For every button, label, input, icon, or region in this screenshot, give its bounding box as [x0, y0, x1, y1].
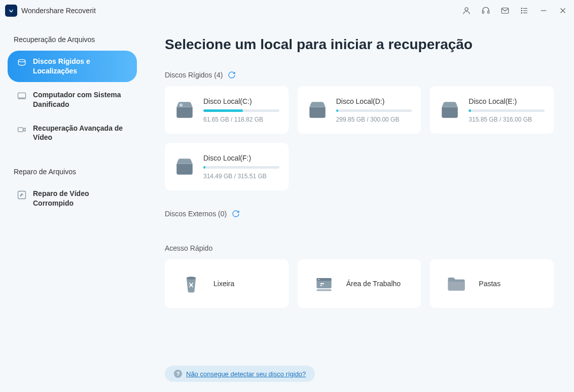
sidebar-section-title-repair: Reparo de Arquivos: [8, 159, 137, 183]
disk-card-f[interactable]: Disco Local(F:) 314.49 GB / 315.51 GB: [165, 143, 289, 190]
capacity-bar: [336, 109, 412, 112]
svg-point-24: [318, 279, 319, 280]
svg-point-6: [521, 10, 522, 11]
help-pill[interactable]: ? Não consegue detectar seu disco rígido…: [165, 366, 315, 382]
svg-rect-3: [501, 8, 509, 14]
sidebar-item-label: Discos Rígidos e Localizações: [33, 57, 128, 76]
disk-card-c[interactable]: Disco Local(C:) 61.65 GB / 118.82 GB: [165, 86, 289, 134]
sidebar-item-label: Recuperação Avançada de Vídeo: [33, 124, 128, 143]
disk-name: Disco Local(F:): [203, 154, 279, 162]
svg-point-21: [187, 277, 196, 280]
disk-icon: [307, 99, 328, 121]
help-link[interactable]: Não consegue detectar seu disco rígido?: [186, 370, 306, 378]
headset-icon[interactable]: [481, 6, 491, 16]
svg-rect-18: [180, 104, 182, 106]
svg-rect-14: [18, 93, 26, 98]
sidebar-item-hard-disks[interactable]: Discos Rígidos e Localizações: [8, 51, 137, 82]
capacity-bar: [203, 166, 279, 169]
wrench-icon: [17, 190, 27, 200]
quick-card-desktop[interactable]: Área de Trabalho: [298, 259, 421, 308]
svg-rect-20: [181, 105, 182, 106]
disk-cards: Disco Local(C:) 61.65 GB / 118.82 GB Dis…: [165, 86, 554, 190]
main-panel: Selecione um local para iniciar a recupe…: [145, 21, 574, 392]
svg-rect-2: [488, 11, 489, 14]
external-disks-label: Discos Externos (0): [165, 210, 227, 218]
disk-card-e[interactable]: Disco Local(E:) 315.85 GB / 316.00 GB: [430, 86, 554, 134]
hard-disk-icon: [17, 58, 27, 68]
capacity-bar: [203, 109, 279, 112]
disk-icon: [174, 99, 195, 121]
disk-capacity: 61.65 GB / 118.82 GB: [203, 116, 279, 123]
disk-capacity: 299.85 GB / 300.00 GB: [336, 116, 412, 123]
disk-capacity: 315.85 GB / 316.00 GB: [469, 116, 545, 123]
quick-access-label: Acesso Rápido: [165, 244, 212, 252]
minimize-icon[interactable]: [539, 6, 549, 16]
capacity-bar: [469, 109, 545, 112]
user-icon[interactable]: [461, 6, 472, 16]
svg-rect-16: [18, 127, 23, 131]
hard-disks-label: Discos Rígidos (4): [165, 71, 223, 79]
disk-icon: [439, 99, 460, 121]
folder-icon: [445, 272, 468, 295]
sidebar-item-label: Computador com Sistema Danificado: [33, 90, 128, 109]
page-title: Selecione um local para iniciar a recupe…: [165, 36, 554, 53]
help-icon: ?: [174, 370, 182, 378]
disk-name: Disco Local(C:): [203, 97, 279, 105]
quick-label: Lixeira: [213, 280, 234, 288]
sidebar-section-title-recovery: Recuperação de Arquivos: [8, 26, 137, 51]
sidebar-item-video-repair[interactable]: Reparo de Vídeo Corrompido: [8, 183, 137, 214]
disk-name: Disco Local(E:): [469, 97, 545, 105]
app-title: Wondershare Recoverit: [21, 7, 96, 15]
sidebar-item-label: Reparo de Vídeo Corrompido: [33, 189, 128, 208]
svg-rect-25: [316, 289, 331, 291]
list-icon[interactable]: [519, 6, 529, 16]
svg-rect-19: [181, 104, 182, 105]
recycle-bin-icon: [180, 272, 202, 295]
sidebar-item-crashed-computer[interactable]: Computador com Sistema Danificado: [8, 84, 137, 115]
refresh-icon[interactable]: [228, 71, 236, 79]
desktop-icon: [313, 272, 335, 295]
quick-access-cards: Lixeira Área de Trabalho Pastas: [165, 259, 554, 308]
titlebar: Wondershare Recoverit: [0, 0, 574, 21]
monitor-icon: [17, 91, 27, 101]
close-icon[interactable]: [558, 6, 568, 16]
disk-icon: [174, 156, 195, 177]
svg-point-13: [18, 59, 25, 62]
svg-rect-1: [482, 11, 484, 14]
mail-icon[interactable]: [500, 6, 510, 16]
sidebar: Recuperação de Arquivos Discos Rígidos e…: [0, 21, 145, 392]
disk-name: Disco Local(D:): [336, 97, 412, 105]
video-camera-icon: [17, 125, 27, 135]
svg-point-0: [465, 8, 468, 11]
svg-point-8: [521, 13, 522, 14]
quick-label: Pastas: [479, 280, 500, 288]
refresh-icon[interactable]: [232, 210, 240, 218]
disk-capacity: 314.49 GB / 315.51 GB: [203, 173, 279, 180]
app-logo: [5, 5, 17, 17]
svg-point-4: [521, 8, 522, 9]
quick-card-folders[interactable]: Pastas: [430, 259, 554, 308]
sidebar-item-advanced-video[interactable]: Recuperação Avançada de Vídeo: [8, 117, 137, 149]
quick-label: Área de Trabalho: [346, 280, 401, 288]
disk-card-d[interactable]: Disco Local(D:) 299.85 GB / 300.00 GB: [298, 86, 421, 134]
quick-card-recycle-bin[interactable]: Lixeira: [165, 259, 289, 308]
